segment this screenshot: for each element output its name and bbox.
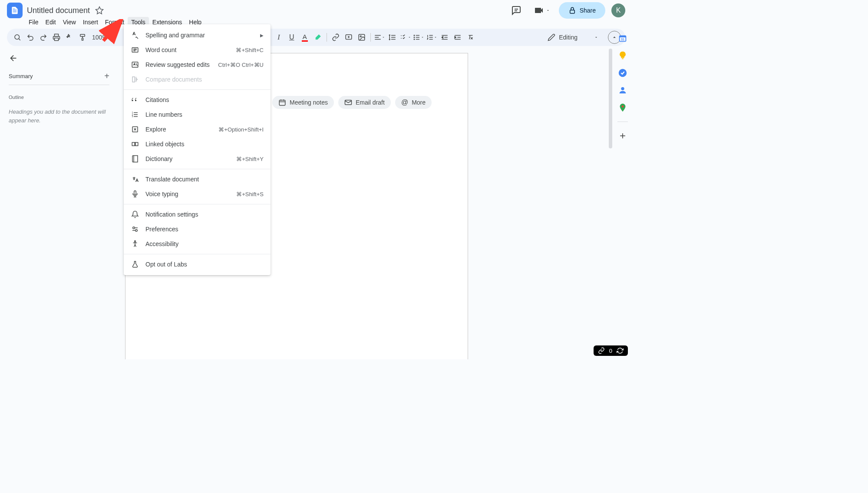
chip-meeting-notes[interactable]: Meeting notes — [272, 96, 334, 109]
print-icon — [53, 33, 60, 41]
clear-format-button[interactable] — [465, 31, 477, 43]
zoom-select[interactable]: 100% — [89, 34, 110, 41]
highlight-button[interactable] — [312, 31, 324, 43]
chip-email-draft[interactable]: Email draft — [338, 96, 391, 109]
header: Untitled document Share K — [0, 0, 632, 17]
maps-addon[interactable] — [617, 102, 628, 113]
align-button[interactable] — [373, 31, 386, 43]
menu-item-label: Opt out of Labs — [145, 261, 264, 268]
redo-button[interactable] — [37, 31, 50, 43]
add-comment-button[interactable] — [343, 31, 355, 43]
underline-button[interactable]: U — [286, 31, 298, 43]
tasks-icon — [618, 68, 627, 78]
keep-addon[interactable] — [617, 50, 628, 61]
indent-increase-button[interactable] — [452, 31, 464, 43]
at-icon: @ — [401, 99, 408, 106]
toolbar: 100% B I U A Editing — [7, 29, 625, 46]
print-button[interactable] — [50, 31, 63, 43]
chip-more[interactable]: @ More — [395, 96, 432, 109]
share-button[interactable]: Share — [559, 2, 605, 19]
menu-item-explore[interactable]: Explore⌘+Option+Shift+I — [124, 122, 271, 137]
svg-rect-42 — [132, 77, 135, 82]
undo-button[interactable] — [24, 31, 36, 43]
bullet-list-icon — [413, 33, 421, 41]
undo-icon — [26, 33, 34, 41]
svg-rect-50 — [132, 142, 135, 146]
search-button[interactable] — [11, 31, 23, 43]
chevron-down-icon — [421, 36, 424, 39]
menu-edit[interactable]: Edit — [42, 17, 59, 27]
spellcheck-button[interactable] — [63, 31, 76, 43]
menu-item-line-numbers[interactable]: 123Line numbers — [124, 107, 271, 122]
editing-mode-button[interactable]: Editing — [543, 31, 603, 44]
paint-icon — [79, 33, 86, 41]
star-button[interactable] — [95, 6, 104, 15]
paint-format-button[interactable] — [76, 31, 89, 43]
spellcheck-icon — [66, 33, 73, 41]
numbered-list-button[interactable] — [426, 31, 438, 43]
scrollbar[interactable] — [608, 43, 613, 174]
svg-rect-2 — [570, 10, 574, 13]
menu-item-shortcut: ⌘+Shift+C — [236, 47, 264, 53]
outline-hint: Headings you add to the document will ap… — [9, 108, 109, 125]
menu-view[interactable]: View — [59, 17, 79, 27]
menu-item-translate-document[interactable]: Translate document — [124, 172, 271, 187]
chevron-right-icon: ▶ — [260, 33, 264, 38]
svg-point-64 — [622, 105, 624, 108]
svg-rect-61 — [622, 58, 624, 59]
menu-item-word-count[interactable]: Word count⌘+Shift+C — [124, 43, 271, 57]
chevron-down-icon — [382, 36, 385, 39]
menu-item-label: Review suggested edits — [145, 61, 212, 68]
mic-icon — [131, 190, 139, 198]
compare-icon — [131, 75, 139, 84]
menu-item-dictionary[interactable]: Dictionary⌘+Shift+Y — [124, 151, 271, 166]
menu-item-label: Linked objects — [145, 141, 264, 148]
italic-button[interactable]: I — [273, 31, 285, 43]
svg-point-12 — [360, 36, 361, 37]
menu-item-label: Notification settings — [145, 211, 264, 218]
menu-item-accessibility[interactable]: Accessibility — [124, 237, 271, 251]
contacts-icon — [618, 85, 627, 95]
add-summary-button[interactable]: + — [104, 71, 109, 81]
svg-point-4 — [15, 35, 20, 39]
status-pill[interactable]: 0 — [594, 345, 628, 356]
insert-image-button[interactable] — [356, 31, 368, 43]
menu-item-shortcut: ⌘+Shift+Y — [236, 156, 264, 162]
text-color-button[interactable]: A — [299, 31, 311, 43]
numbered-list-icon — [426, 33, 434, 41]
video-call-button[interactable] — [531, 5, 553, 16]
calendar-addon[interactable]: 31 — [617, 33, 628, 43]
refresh-icon — [617, 347, 624, 354]
access-icon — [131, 240, 139, 248]
menu-item-review-suggested-edits[interactable]: Review suggested editsCtrl+⌘O Ctrl+⌘U — [124, 57, 271, 72]
menu-item-voice-typing[interactable]: Voice typing⌘+Shift+S — [124, 187, 271, 201]
document-title[interactable]: Untitled document — [27, 6, 90, 15]
link-button[interactable] — [330, 31, 342, 43]
share-label: Share — [580, 7, 596, 14]
menu-item-spelling-and-grammar[interactable]: Spelling and grammar▶ — [124, 28, 271, 43]
svg-point-63 — [621, 87, 624, 90]
docs-logo[interactable] — [7, 3, 23, 18]
tasks-addon[interactable] — [617, 68, 628, 78]
contacts-addon[interactable] — [617, 85, 628, 95]
collapse-outline-button[interactable] — [9, 52, 21, 64]
keep-icon — [618, 51, 627, 60]
bullet-list-button[interactable] — [413, 31, 425, 43]
menu-item-citations[interactable]: Citations — [124, 92, 271, 107]
indent-decrease-button[interactable] — [439, 31, 451, 43]
comments-button[interactable] — [508, 2, 525, 19]
menu-item-preferences[interactable]: Preferences — [124, 222, 271, 237]
line-spacing-button[interactable] — [386, 31, 399, 43]
checklist-icon — [400, 33, 408, 41]
menu-item-linked-objects[interactable]: Linked objects — [124, 137, 271, 151]
menu-item-label: Translate document — [145, 176, 264, 183]
checklist-button[interactable] — [399, 31, 412, 43]
menu-insert[interactable]: Insert — [79, 17, 102, 27]
menu-item-opt-out-of-labs[interactable]: Opt out of Labs — [124, 257, 271, 272]
avatar[interactable]: K — [611, 3, 625, 17]
menu-item-notification-settings[interactable]: Notification settings — [124, 207, 271, 222]
chevron-down-icon — [434, 36, 437, 39]
menu-file[interactable]: File — [25, 17, 42, 27]
clear-format-icon — [467, 33, 475, 41]
get-addons[interactable] — [617, 131, 628, 141]
